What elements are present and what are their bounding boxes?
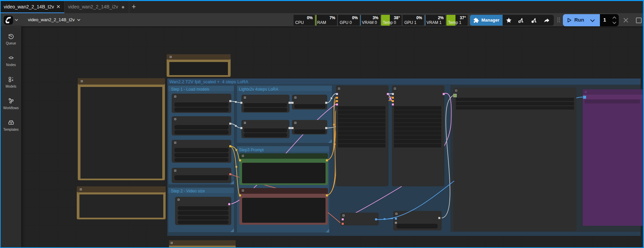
svg-text:Step 2 - Video size: Step 2 - Video size	[171, 189, 205, 193]
svg-text:Lightx2v 4steps LoRA: Lightx2v 4steps LoRA	[239, 87, 278, 92]
svg-text:Step 1 - Load models: Step 1 - Load models	[171, 87, 209, 92]
svg-text:Step3 Prompt: Step3 Prompt	[239, 148, 264, 152]
svg-text:Wan2.2 T2V fp8_scaled + 4 ste: Wan2.2 T2V fp8_scaled + 4 steps LoRA	[169, 79, 248, 84]
